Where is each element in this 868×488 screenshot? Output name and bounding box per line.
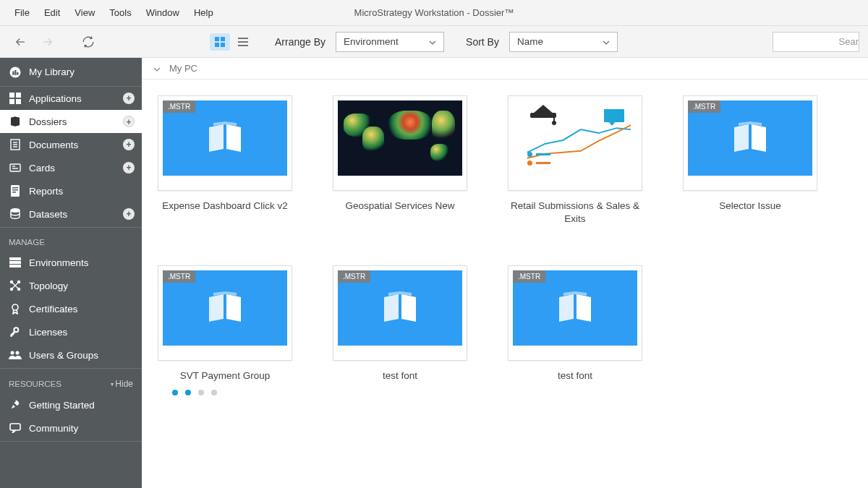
grid-view-button[interactable] — [210, 33, 230, 51]
page-dot-2[interactable] — [185, 390, 191, 395]
topology-icon — [9, 279, 22, 292]
svg-rect-39 — [10, 424, 20, 430]
sidebar-item-label: Environments — [29, 257, 89, 268]
sidebar-section-resources: RESOURCES ▾Hide — [0, 369, 142, 393]
mstr-badge: .MSTR — [513, 270, 545, 283]
arrange-by-dropdown[interactable]: Environment — [336, 32, 444, 52]
sidebar-item-certificates[interactable]: Certificates — [0, 297, 142, 320]
sidebar-item-applications[interactable]: Applications+ — [0, 87, 142, 110]
sidebar-item-environments[interactable]: Environments — [0, 251, 142, 274]
card-title: Geospatial Services New — [346, 200, 455, 213]
sidebar-item-topology[interactable]: Topology — [0, 274, 142, 297]
sidebar-item-dossiers[interactable]: Dossiers+ — [0, 110, 142, 133]
svg-rect-25 — [12, 187, 18, 189]
dossier-card[interactable]: .MSTRtest font — [333, 265, 467, 382]
page-dot-4[interactable] — [211, 390, 217, 395]
arrange-by-label: Arrange By — [275, 36, 326, 48]
menu-window[interactable]: Window — [139, 4, 187, 21]
mstr-badge: .MSTR — [688, 100, 720, 113]
sidebar-item-label: Documents — [29, 140, 78, 150]
dossier-card[interactable]: .MSTRSelector Issue — [683, 95, 817, 225]
getting-started-icon — [9, 398, 22, 411]
add-button[interactable]: + — [123, 208, 135, 220]
sidebar-item-label: Certificates — [29, 304, 78, 314]
card-frame: .MSTR — [508, 265, 642, 361]
svg-rect-4 — [215, 43, 219, 47]
card-title: Expense Dashboard Click v2 — [162, 200, 287, 213]
menu-bar: File Edit View Tools Window Help MicroSt… — [0, 0, 868, 26]
add-button[interactable]: + — [123, 116, 135, 127]
users-groups-icon — [9, 348, 22, 361]
menu-file[interactable]: File — [7, 4, 37, 21]
chevron-down-icon — [429, 36, 436, 47]
dossier-card[interactable]: Geospatial Services New — [333, 95, 467, 225]
licenses-icon — [9, 325, 22, 338]
card-title: test font — [383, 369, 417, 382]
dossier-card[interactable]: .MSTRExpense Dashboard Click v2 — [158, 95, 292, 225]
svg-rect-24 — [11, 185, 20, 197]
sidebar-item-reports[interactable]: Reports — [0, 179, 142, 202]
chevron-down-icon[interactable] — [153, 64, 161, 74]
breadcrumb-location[interactable]: My PC — [169, 63, 197, 74]
svg-rect-10 — [12, 71, 14, 74]
sidebar-item-label: Reports — [29, 186, 63, 197]
card-frame — [508, 95, 642, 191]
refresh-button[interactable] — [77, 30, 100, 53]
sidebar-item-cards[interactable]: Cards+ — [0, 156, 142, 179]
menu-tools[interactable]: Tools — [102, 4, 138, 21]
svg-point-28 — [11, 209, 20, 212]
svg-rect-26 — [12, 189, 18, 191]
sidebar-my-library[interactable]: My Library — [0, 58, 142, 87]
page-dot-1[interactable] — [172, 390, 178, 395]
sidebar-item-community[interactable]: Community — [0, 416, 142, 440]
sidebar-item-label: Datasets — [29, 209, 67, 220]
svg-rect-12 — [17, 72, 18, 75]
card-frame — [333, 95, 467, 191]
main-content: My PC .MSTRExpense Dashboard Click v2Geo… — [142, 58, 868, 488]
svg-rect-27 — [12, 192, 16, 193]
certificates-icon — [9, 302, 22, 315]
card-title: SVT Payment Group — [180, 369, 270, 382]
svg-rect-14 — [16, 93, 21, 98]
add-button[interactable]: + — [123, 162, 135, 174]
back-button[interactable] — [9, 30, 32, 53]
add-button[interactable]: + — [123, 139, 135, 150]
view-toggle — [210, 33, 253, 51]
dossier-card[interactable]: .MSTRSVT Payment Group — [158, 265, 292, 382]
list-view-button[interactable] — [233, 33, 253, 51]
dossier-grid: .MSTRExpense Dashboard Click v2Geospatia… — [158, 95, 859, 382]
svg-rect-2 — [215, 37, 219, 41]
dossier-card[interactable]: .MSTRtest font — [508, 265, 642, 382]
menu-help[interactable]: Help — [187, 4, 221, 21]
dossier-card[interactable]: Retail Submissions & Sales & Exits — [508, 95, 642, 225]
add-button[interactable]: + — [123, 93, 135, 104]
card-title: Retail Submissions & Sales & Exits — [508, 200, 642, 225]
svg-rect-21 — [10, 164, 20, 171]
page-dot-3[interactable] — [198, 390, 204, 395]
svg-rect-31 — [9, 265, 21, 267]
sidebar-item-label: My Library — [29, 67, 75, 77]
dossiers-icon — [9, 115, 22, 128]
menu-edit[interactable]: Edit — [37, 4, 67, 21]
dossier-thumbnail — [338, 100, 462, 176]
toolbar: Arrange By Environment Sort By Name Sear — [0, 26, 868, 58]
sidebar-item-label: Users & Groups — [29, 350, 98, 361]
chevron-down-icon — [603, 36, 610, 47]
sidebar-item-datasets[interactable]: Datasets+ — [0, 202, 142, 226]
sidebar-item-getting-started[interactable]: Getting Started — [0, 393, 142, 416]
card-frame: .MSTR — [333, 265, 467, 361]
sidebar-item-users-groups[interactable]: Users & Groups — [0, 343, 142, 367]
sidebar-section-manage: MANAGE — [0, 228, 142, 251]
sort-by-label: Sort By — [466, 36, 499, 48]
sort-by-dropdown[interactable]: Name — [509, 32, 618, 52]
search-input[interactable]: Sear — [773, 32, 859, 52]
svg-point-38 — [16, 351, 20, 355]
hide-resources-button[interactable]: ▾Hide — [111, 379, 133, 389]
svg-rect-16 — [16, 99, 21, 104]
forward-button[interactable] — [36, 30, 59, 53]
breadcrumb: My PC — [142, 58, 868, 80]
documents-icon — [9, 138, 22, 151]
sidebar-item-licenses[interactable]: Licenses — [0, 320, 142, 343]
sidebar-item-documents[interactable]: Documents+ — [0, 133, 142, 156]
menu-view[interactable]: View — [67, 4, 102, 21]
